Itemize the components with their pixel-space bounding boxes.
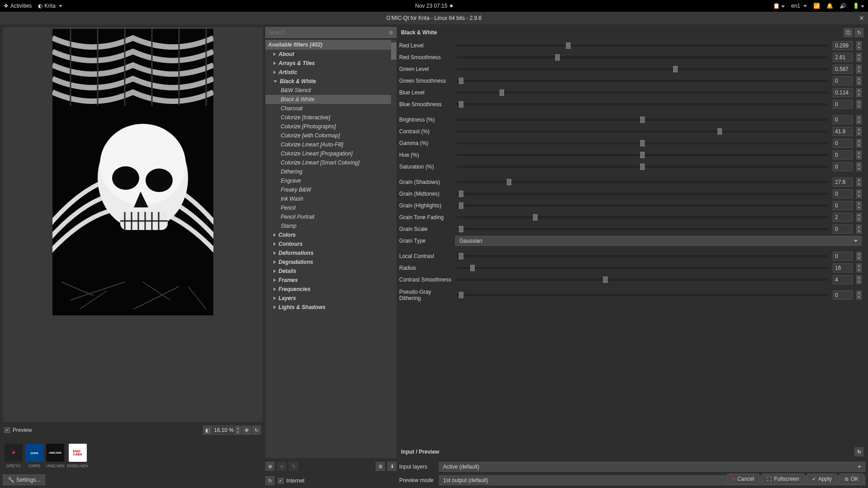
slider-thumb[interactable]: [459, 292, 463, 298]
expand-all-button[interactable]: ≣: [376, 462, 385, 471]
spinner-down-icon[interactable]: ▼: [856, 143, 862, 148]
zoom-spinner[interactable]: ▲▼: [213, 426, 241, 435]
tree-category[interactable]: Deformations: [265, 249, 391, 258]
slider-thumb[interactable]: [459, 253, 463, 259]
tree-category[interactable]: Lights & Shadows: [265, 303, 391, 312]
tree-filter-item[interactable]: Colorize Lineart [Auto-Fill]: [265, 140, 391, 149]
param-value-input[interactable]: 2.61: [833, 53, 853, 62]
param-slider[interactable]: [457, 216, 827, 218]
slider-thumb[interactable]: [459, 202, 463, 209]
param-slider[interactable]: [457, 255, 827, 257]
slider-thumb[interactable]: [459, 226, 463, 232]
param-slider[interactable]: [457, 131, 827, 132]
tree-filter-item[interactable]: Colorize [with Colormap]: [265, 131, 391, 140]
collapse-all-button[interactable]: ⬇: [387, 462, 396, 471]
slider-thumb[interactable]: [717, 128, 722, 135]
clipboard-icon[interactable]: 📋: [773, 3, 785, 9]
cancel-button[interactable]: ⦸Cancel: [727, 474, 759, 484]
param-slider[interactable]: [457, 181, 827, 183]
slider-thumb[interactable]: [640, 152, 645, 158]
slider-thumb[interactable]: [459, 78, 463, 84]
tree-category[interactable]: Black & White: [265, 77, 391, 86]
spinner-up-icon[interactable]: ▲: [856, 291, 862, 295]
spinner-up-icon[interactable]: ▲: [856, 178, 862, 182]
tree-filter-item[interactable]: B&W Stencil: [265, 86, 391, 95]
param-value-input[interactable]: 0: [833, 189, 853, 198]
tree-filter-item[interactable]: Pencil: [265, 203, 391, 212]
param-slider[interactable]: [457, 103, 827, 105]
spinner-down-icon[interactable]: ▼: [856, 46, 862, 50]
spinner-down-icon[interactable]: ▼: [856, 93, 862, 97]
param-value-input[interactable]: 0: [833, 201, 853, 210]
spinner-down-icon[interactable]: ▼: [856, 229, 862, 234]
param-value-input[interactable]: 0.299: [833, 41, 853, 50]
spinner-down-icon[interactable]: ▼: [856, 120, 862, 124]
spinner-down-icon[interactable]: ▼: [856, 81, 862, 85]
tree-category[interactable]: Details: [265, 267, 391, 276]
param-slider[interactable]: [457, 80, 827, 82]
param-value-input[interactable]: 2: [833, 213, 853, 222]
param-value-input[interactable]: 0.114: [833, 88, 853, 97]
spinner-down-icon[interactable]: ▼: [856, 57, 862, 62]
spinner-up-icon[interactable]: ▲: [856, 263, 862, 268]
tree-category[interactable]: Degradations: [265, 258, 391, 267]
spinner-up-icon[interactable]: ▲: [856, 189, 862, 194]
spinner-down-icon[interactable]: ▼: [856, 217, 862, 222]
param-slider[interactable]: [457, 294, 827, 296]
input-layers-dropdown[interactable]: Active (default): [439, 462, 865, 472]
param-value-input[interactable]: 0: [833, 139, 853, 148]
slider-thumb[interactable]: [459, 101, 463, 108]
param-value-input[interactable]: 16: [833, 263, 853, 272]
spinner-down-icon[interactable]: ▼: [235, 430, 241, 434]
tree-filter-item[interactable]: Colorize Lineart [Smart Coloring]: [265, 158, 391, 167]
param-slider[interactable]: [457, 267, 827, 269]
param-value-input[interactable]: 4: [833, 275, 853, 284]
param-slider[interactable]: [457, 68, 827, 70]
tree-category[interactable]: Contours: [265, 239, 391, 249]
spinner-up-icon[interactable]: ▲: [856, 65, 862, 69]
preview-checkbox[interactable]: ✔ Preview: [5, 427, 32, 433]
spinner-down-icon[interactable]: ▼: [856, 268, 862, 272]
window-close-button[interactable]: ✕: [859, 14, 864, 22]
param-value-input[interactable]: 41.8: [833, 127, 853, 136]
grain-type-dropdown[interactable]: Gaussian: [455, 236, 862, 246]
spinner-up-icon[interactable]: ▲: [856, 100, 862, 104]
slider-thumb[interactable]: [533, 214, 538, 221]
spinner-down-icon[interactable]: ▼: [856, 167, 862, 171]
slider-thumb[interactable]: [555, 54, 560, 61]
tree-category[interactable]: Arrays & Tiles: [265, 59, 391, 68]
tree-category[interactable]: Frequencies: [265, 285, 391, 294]
spinner-down-icon[interactable]: ▼: [856, 194, 862, 198]
spinner-down-icon[interactable]: ▼: [856, 280, 862, 284]
search-input[interactable]: ⊗: [265, 27, 396, 38]
param-slider[interactable]: [457, 205, 827, 206]
spinner-up-icon[interactable]: ▲: [856, 252, 862, 256]
param-value-input[interactable]: 0: [833, 150, 853, 160]
spinner-up-icon[interactable]: ▲: [856, 162, 862, 167]
spinner-up-icon[interactable]: ▲: [856, 213, 862, 217]
param-slider[interactable]: [457, 193, 827, 195]
battery-icon[interactable]: 🔋: [853, 3, 864, 9]
wifi-icon[interactable]: 📶: [813, 3, 820, 9]
param-slider[interactable]: [457, 56, 827, 58]
clock[interactable]: Nov 23 07:15: [415, 3, 453, 9]
remove-fav-button[interactable]: ⊖: [277, 462, 286, 471]
spinner-down-icon[interactable]: ▼: [856, 69, 862, 74]
activities-button[interactable]: ❖ Activities: [4, 3, 32, 9]
param-slider[interactable]: [457, 119, 827, 121]
apply-button[interactable]: ✔Apply: [807, 474, 837, 484]
param-value-input[interactable]: 27.6: [833, 178, 853, 187]
tree-filter-item[interactable]: Black & White: [265, 95, 391, 104]
slider-thumb[interactable]: [507, 179, 511, 185]
param-slider[interactable]: [457, 142, 827, 144]
slider-thumb[interactable]: [640, 164, 645, 170]
spinner-down-icon[interactable]: ▼: [856, 131, 862, 136]
slider-thumb[interactable]: [673, 66, 678, 72]
param-slider[interactable]: [457, 154, 827, 156]
param-value-input[interactable]: 0.587: [833, 65, 853, 74]
reset-params-button[interactable]: ↻: [854, 28, 863, 37]
ok-button[interactable]: ✿OK: [840, 474, 863, 484]
spinner-up-icon[interactable]: ▲: [856, 225, 862, 229]
tree-filter-item[interactable]: Stamp: [265, 221, 391, 230]
spinner-down-icon[interactable]: ▼: [856, 155, 862, 160]
